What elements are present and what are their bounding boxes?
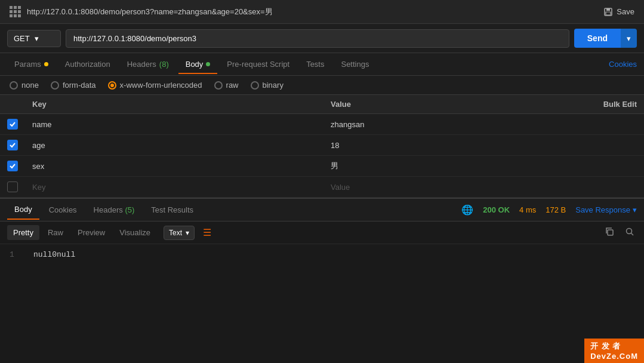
row3-checkbox[interactable] (7, 161, 18, 171)
tab-body[interactable]: Body (178, 55, 218, 73)
radio-form-data[interactable]: form-data (51, 81, 96, 90)
view-tab-visualize[interactable]: Visualize (113, 225, 156, 240)
response-tab-body-label: Body (14, 205, 32, 214)
radio-urlencoded-label: x-www-form-urlencoded (120, 81, 202, 90)
radio-binary-circle (251, 81, 259, 90)
radio-form-data-circle (51, 81, 59, 90)
col-bulk-edit[interactable]: Bulk Edit (484, 95, 644, 114)
checkmark-icon (9, 141, 16, 149)
checkmark-icon (9, 121, 16, 128)
empty-key[interactable]: Key (25, 177, 323, 198)
send-button[interactable]: Send (574, 29, 621, 48)
tab-authorization[interactable]: Authorization (58, 55, 118, 73)
title-bar-left: http://127.0.0.1:8080/demo/person3?name=… (10, 6, 273, 17)
row3-key[interactable]: sex (25, 156, 323, 177)
radio-form-data-label: form-data (63, 81, 96, 90)
response-tab-cookies-label: Cookies (49, 205, 77, 214)
body-dot (206, 62, 210, 66)
radio-none[interactable]: none (10, 81, 39, 90)
body-options: none form-data x-www-form-urlencoded raw… (0, 76, 644, 95)
row2-value[interactable]: 18 (323, 135, 484, 156)
row3-actions (484, 156, 644, 177)
view-tab-raw[interactable]: Raw (42, 225, 69, 240)
row2-actions (484, 135, 644, 156)
tab-body-label: Body (186, 60, 204, 69)
row1-checkbox-cell[interactable] (0, 114, 25, 135)
tab-tests[interactable]: Tests (299, 55, 331, 73)
view-tab-pretty-label: Pretty (13, 228, 33, 237)
save-response-label: Save Response (575, 205, 630, 214)
empty-checkbox[interactable] (7, 182, 18, 192)
svg-rect-2 (606, 12, 611, 15)
search-icon (625, 227, 634, 236)
row3-value[interactable]: 男 (323, 156, 484, 177)
watermark: 开 发 者DevZe.CoM (584, 339, 644, 363)
row2-checkbox-cell[interactable] (0, 135, 25, 156)
empty-value[interactable]: Value (323, 177, 484, 198)
view-tabs-row: Pretty Raw Preview Visualize Text ▾ ☰ (0, 222, 644, 244)
row2-key[interactable]: age (25, 135, 323, 156)
response-tab-headers[interactable]: Headers (5) (87, 201, 142, 219)
row2-checkbox[interactable] (7, 140, 18, 150)
view-tab-pretty[interactable]: Pretty (7, 225, 39, 240)
line-number: 1 (10, 250, 21, 259)
send-btn-group: Send ▾ (574, 29, 637, 48)
row1-key[interactable]: name (25, 114, 323, 135)
tab-settings[interactable]: Settings (334, 55, 376, 73)
empty-actions (484, 177, 644, 198)
row1-value[interactable]: zhangsan (323, 114, 484, 135)
svg-rect-3 (608, 230, 613, 235)
url-bar: GET ▾ Send ▾ (0, 24, 644, 53)
copy-button[interactable] (602, 226, 617, 240)
view-tab-preview-label: Preview (78, 228, 105, 237)
save-button[interactable]: Save (603, 7, 634, 17)
send-dropdown-chevron-icon: ▾ (627, 34, 631, 43)
params-table: Key Value Bulk Edit name zhangsan (0, 95, 644, 198)
format-select[interactable]: Text ▾ (164, 226, 195, 240)
response-time: 4 ms (519, 205, 536, 214)
view-tab-preview[interactable]: Preview (72, 225, 111, 240)
send-dropdown-button[interactable]: ▾ (621, 29, 637, 48)
radio-binary[interactable]: binary (251, 81, 284, 90)
table-row: sex 男 (0, 156, 644, 177)
method-select[interactable]: GET ▾ (7, 30, 61, 47)
radio-raw[interactable]: raw (214, 81, 239, 90)
save-label: Save (617, 7, 634, 16)
response-tab-body[interactable]: Body (7, 200, 39, 220)
row3-checkbox-cell[interactable] (0, 156, 25, 177)
view-tab-raw-label: Raw (48, 228, 63, 237)
format-label: Text (169, 229, 182, 237)
headers-count: (8) (159, 60, 169, 69)
tab-params-label: Params (14, 60, 41, 69)
tab-settings-label: Settings (341, 60, 369, 69)
col-value: Value (323, 95, 484, 114)
checkmark-icon (9, 162, 16, 170)
tab-pre-request-script[interactable]: Pre-request Script (220, 55, 297, 73)
row1-checkbox[interactable] (7, 119, 18, 130)
response-tab-test-results[interactable]: Test Results (144, 201, 201, 219)
title-url: http://127.0.0.1:8080/demo/person3?name=… (27, 7, 273, 17)
cookies-label: Cookies (609, 60, 637, 69)
tab-authorization-label: Authorization (65, 60, 110, 69)
radio-none-circle (10, 81, 18, 90)
cookies-link[interactable]: Cookies (609, 60, 637, 69)
response-tab-test-results-label: Test Results (151, 205, 193, 214)
tab-tests-label: Tests (306, 60, 324, 69)
radio-x-www-form-urlencoded[interactable]: x-www-form-urlencoded (108, 81, 202, 90)
save-response-button[interactable]: Save Response ▾ (575, 205, 637, 214)
response-tab-cookies[interactable]: Cookies (42, 201, 84, 219)
tab-headers-label: Headers (127, 60, 156, 69)
wrap-icon[interactable]: ☰ (203, 227, 211, 238)
response-meta: 🌐 200 OK 4 ms 172 B Save Response ▾ (461, 204, 637, 216)
table-header-row: Key Value Bulk Edit (0, 95, 644, 114)
view-tab-visualize-label: Visualize (119, 228, 150, 237)
tab-params[interactable]: Params (7, 55, 56, 73)
params-dot (44, 62, 48, 66)
table-row: age 18 (0, 135, 644, 156)
tab-headers[interactable]: Headers (8) (120, 55, 176, 73)
response-tab-headers-label: Headers (94, 205, 123, 214)
table-row: name zhangsan (0, 114, 644, 135)
response-content: null0null (33, 250, 75, 259)
search-button[interactable] (623, 226, 637, 240)
url-input[interactable] (66, 29, 569, 48)
